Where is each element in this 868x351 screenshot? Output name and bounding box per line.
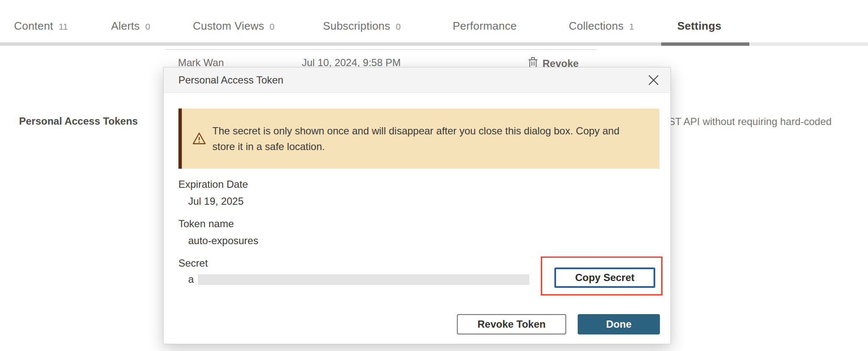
expiration-date-value: Jul 19, 2025 — [188, 195, 244, 207]
secret-redaction-bar — [198, 274, 529, 285]
copy-secret-button[interactable]: Copy Secret — [554, 267, 655, 288]
warning-icon — [192, 132, 206, 145]
page: Content 11 Alerts 0 Custom Views 0 Subsc… — [0, 0, 868, 351]
dialog-title: Personal Access Token — [178, 67, 284, 93]
table-row-divider — [165, 49, 597, 50]
token-name-label: Token name — [178, 218, 234, 230]
close-icon — [648, 74, 659, 86]
token-name-value: auto-exposures — [188, 235, 258, 247]
close-button[interactable] — [646, 72, 661, 88]
secret-label: Secret — [178, 257, 208, 269]
secret-visible-char: a — [188, 273, 194, 285]
warning-text: The secret is only shown once and will d… — [212, 123, 632, 154]
secret-value-row: a — [188, 273, 529, 285]
section-label-personal-access-tokens: Personal Access Tokens — [19, 115, 138, 127]
personal-access-token-dialog: Personal Access Token The secret is only… — [163, 67, 671, 344]
dialog-header: Personal Access Token — [164, 67, 670, 93]
section-description-fragment: ST API without requiring hard-coded — [668, 116, 832, 128]
done-button[interactable]: Done — [578, 314, 660, 334]
revoke-token-button[interactable]: Revoke Token — [457, 314, 566, 334]
expiration-date-label: Expiration Date — [178, 178, 248, 190]
warning-banner: The secret is only shown once and will d… — [178, 109, 659, 169]
